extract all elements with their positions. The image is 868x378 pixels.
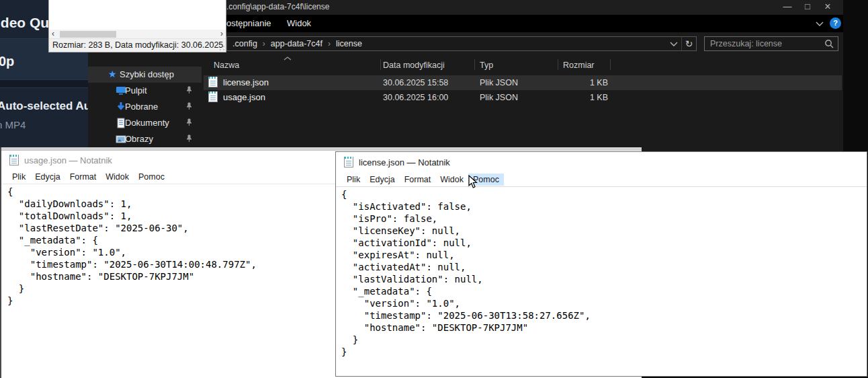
audio-heading: Auto-selected Audi bbox=[0, 100, 88, 113]
search-input[interactable] bbox=[705, 38, 824, 49]
explorer-window-title: .config\app-data-7c4f\license bbox=[226, 2, 329, 11]
help-icon[interactable]: ? bbox=[830, 17, 841, 29]
star-icon: ★ bbox=[108, 69, 117, 79]
notepad-window-title: license.json — Notatnik bbox=[359, 157, 450, 167]
sidebar-item-label: Pobrane bbox=[125, 102, 158, 112]
breadcrumb-chevron-icon: › bbox=[324, 39, 335, 48]
mouse-cursor bbox=[468, 175, 478, 189]
screen: ideo Quali 0p Auto-selected Audi n MP4 .… bbox=[0, 0, 868, 378]
sidebar-item-quick-access[interactable]: ★ Szybki dostęp bbox=[88, 67, 202, 83]
scroll-left-arrow-icon[interactable]: ‹ bbox=[52, 30, 54, 38]
menu-plik[interactable]: Plik bbox=[342, 174, 365, 186]
menu-format[interactable]: Format bbox=[400, 174, 436, 186]
status-bar: Rozmiar: 283 B, Data modyfikacji: 30.06.… bbox=[49, 38, 226, 52]
tab-widok[interactable]: Widok bbox=[287, 18, 311, 28]
column-header-data-modyfikacji[interactable]: Data modyfikacji bbox=[383, 61, 445, 70]
pin-icon[interactable] bbox=[185, 135, 193, 143]
notepad-window-title: usage.json — Notatnik bbox=[24, 155, 112, 165]
maximize-button[interactable]: □ bbox=[797, 0, 818, 15]
tab-udostepnianie[interactable]: ostępnianie bbox=[226, 18, 271, 28]
column-divider[interactable] bbox=[558, 59, 558, 70]
format-label: n MP4 bbox=[0, 119, 26, 130]
file-type: Plik JSON bbox=[480, 93, 518, 102]
menu-plik[interactable]: Plik bbox=[7, 171, 30, 183]
horizontal-scrollbar[interactable]: ‹ › bbox=[49, 30, 226, 39]
menu-pomoc[interactable]: Pomoc bbox=[134, 171, 169, 183]
notepad-window-license: license.json — Notatnik Plik Edycja Form… bbox=[335, 151, 867, 377]
sidebar-item-pulpit[interactable]: Pulpit bbox=[88, 83, 202, 99]
minimize-button[interactable]: — bbox=[777, 0, 797, 15]
address-bar[interactable]: .config › app-data-7c4f › license ↻ bbox=[226, 36, 697, 51]
menu-edycja[interactable]: Edycja bbox=[30, 171, 65, 183]
resize-grip-icon[interactable] bbox=[219, 45, 225, 51]
file-modified: 30.06.2025 16:00 bbox=[383, 93, 448, 102]
pin-icon[interactable] bbox=[185, 118, 193, 126]
breadcrumb-chevron-icon: › bbox=[259, 39, 269, 48]
file-size: 1 KB bbox=[553, 93, 608, 102]
column-divider[interactable] bbox=[610, 59, 611, 70]
close-button[interactable]: × bbox=[818, 0, 838, 15]
sidebar-item-label: Szybki dostęp bbox=[120, 69, 174, 79]
file-row-usage-json[interactable]: usage.json 30.06.2025 16:00 Plik JSON 1 … bbox=[204, 90, 842, 105]
json-file-icon bbox=[208, 91, 218, 102]
menu-widok[interactable]: Widok bbox=[435, 174, 468, 186]
scrollbar-thumb[interactable] bbox=[60, 31, 116, 38]
ribbon-collapse-chevron-icon[interactable] bbox=[816, 22, 824, 26]
file-size: 1 KB bbox=[553, 78, 608, 87]
notepad-icon bbox=[344, 157, 353, 167]
notepad-icon bbox=[9, 155, 19, 165]
column-header-typ[interactable]: Typ bbox=[480, 61, 493, 70]
file-type: Plik JSON bbox=[480, 78, 518, 87]
license-json-text[interactable]: { "isActivated": false, "isPro": false, … bbox=[336, 187, 867, 358]
sidebar-item-label: Pulpit bbox=[125, 85, 147, 96]
scroll-right-arrow-icon[interactable]: › bbox=[220, 30, 223, 38]
menu-format[interactable]: Format bbox=[65, 171, 101, 183]
breadcrumb-config[interactable]: .config bbox=[231, 39, 259, 48]
menu-edycja[interactable]: Edycja bbox=[365, 174, 400, 186]
refresh-icon[interactable]: ↻ bbox=[681, 37, 696, 50]
sidebar-item-pobrane[interactable]: Pobrane bbox=[88, 99, 202, 115]
column-divider[interactable] bbox=[474, 59, 475, 70]
column-divider[interactable] bbox=[380, 59, 381, 70]
sidebar-item-dokumenty[interactable]: Dokumenty bbox=[88, 115, 202, 131]
sidebar-item-label: Obrazy bbox=[125, 134, 153, 144]
resolution-label: 0p bbox=[0, 54, 14, 69]
address-dropdown-chevron-icon[interactable] bbox=[666, 37, 681, 50]
background-area bbox=[843, 0, 868, 151]
pin-icon[interactable] bbox=[185, 86, 193, 94]
json-file-icon bbox=[208, 77, 218, 87]
breadcrumb-app-data[interactable]: app-data-7c4f bbox=[269, 39, 324, 48]
sidebar-item-obrazy[interactable]: Obrazy bbox=[88, 131, 202, 147]
notepad-menubar: Plik Edycja Format Widok Pomoc bbox=[336, 172, 867, 187]
column-header-nazwa[interactable]: Nazwa bbox=[214, 61, 239, 70]
divider-band bbox=[0, 79, 88, 88]
breadcrumb-license[interactable]: license bbox=[335, 39, 363, 48]
sort-ascending-icon bbox=[284, 56, 292, 61]
menu-widok[interactable]: Widok bbox=[101, 171, 134, 183]
column-header-rozmiar[interactable]: Rozmiar bbox=[563, 61, 595, 70]
window-controls: — □ × bbox=[777, 0, 838, 15]
search-box bbox=[704, 36, 838, 51]
search-icon[interactable] bbox=[824, 39, 834, 48]
file-name: license.json bbox=[223, 77, 269, 87]
file-name: usage.json bbox=[223, 92, 265, 102]
sidebar-item-label: Dokumenty bbox=[125, 118, 169, 128]
file-infotip-window: ‹ › Rozmiar: 283 B, Data modyfikacji: 30… bbox=[48, 0, 226, 52]
pin-icon[interactable] bbox=[185, 102, 193, 110]
file-row-license-json[interactable]: license.json 30.06.2025 15:58 Plik JSON … bbox=[204, 75, 842, 90]
file-modified: 30.06.2025 15:58 bbox=[383, 78, 448, 87]
notepad-titlebar[interactable]: license.json — Notatnik bbox=[336, 152, 867, 172]
